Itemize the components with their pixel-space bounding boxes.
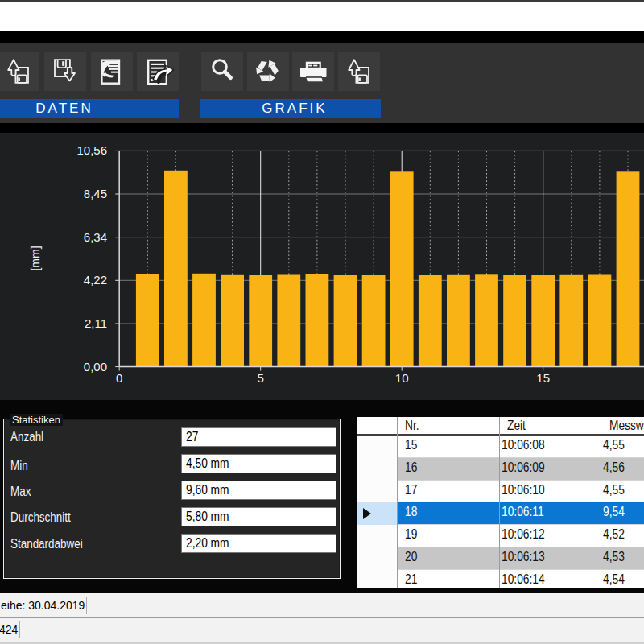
svg-text:10,56: 10,56 xyxy=(76,143,107,157)
svg-text:[mm]: [mm] xyxy=(29,246,42,270)
svg-text:0,00: 0,00 xyxy=(84,360,107,374)
svg-text:0: 0 xyxy=(116,371,122,385)
svg-text:5: 5 xyxy=(258,371,264,385)
svg-text:15: 15 xyxy=(536,371,550,385)
svg-text:6,34: 6,34 xyxy=(84,230,107,244)
svg-text:4,22: 4,22 xyxy=(84,273,107,287)
svg-text:2,11: 2,11 xyxy=(85,316,107,330)
svg-text:10: 10 xyxy=(395,371,409,385)
svg-text:8,45: 8,45 xyxy=(84,187,107,200)
